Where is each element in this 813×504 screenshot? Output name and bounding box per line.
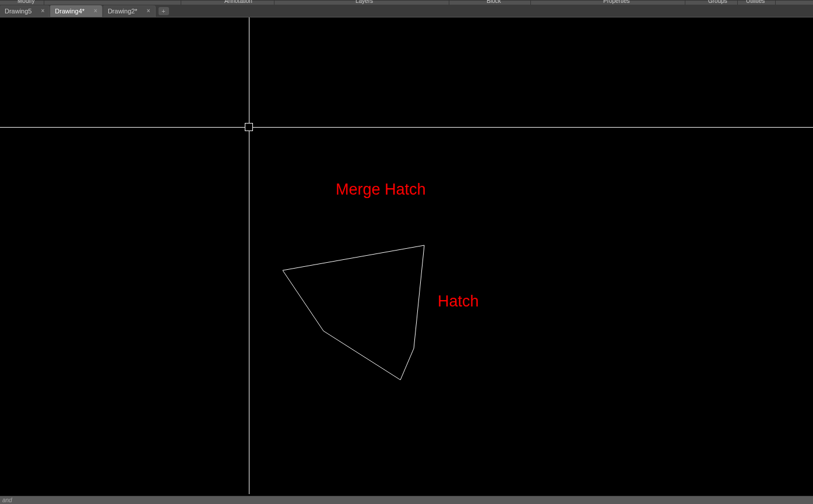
drawing-tabs: Drawing5 × Drawing4* × Drawing2* × + bbox=[0, 5, 813, 17]
tab-drawing5[interactable]: Drawing5 × bbox=[0, 5, 50, 17]
ribbon-group-annotation: Annotation bbox=[224, 0, 252, 4]
ribbon-group-utilities: Utilities bbox=[746, 0, 765, 4]
crosshair-vertical bbox=[249, 17, 249, 494]
tab-label: Drawing2* bbox=[108, 8, 138, 15]
command-hint: and bbox=[2, 497, 12, 503]
ribbon-group-groups: Groups bbox=[708, 0, 727, 4]
tab-drawing2[interactable]: Drawing2* × bbox=[103, 5, 156, 17]
tab-label: Drawing5 bbox=[5, 8, 31, 15]
plus-icon: + bbox=[161, 8, 165, 15]
ribbon-group-block: Block bbox=[487, 0, 501, 4]
polyline-shape[interactable] bbox=[283, 244, 434, 389]
tab-label: Drawing4* bbox=[55, 8, 85, 15]
tab-drawing4[interactable]: Drawing4* × bbox=[50, 5, 103, 17]
close-icon[interactable]: × bbox=[41, 8, 44, 14]
text-merge-hatch[interactable]: Merge Hatch bbox=[336, 181, 426, 199]
new-tab-button[interactable]: + bbox=[159, 7, 169, 15]
ribbon-panel-labels: Modify Annotation Layers Block Propertie… bbox=[0, 0, 813, 5]
ribbon-group-layers: Layers bbox=[356, 0, 373, 4]
command-line[interactable]: and bbox=[0, 496, 813, 504]
drawing-canvas[interactable]: Merge Hatch Hatch bbox=[0, 17, 813, 494]
crosshair-pickbox bbox=[245, 123, 253, 131]
close-icon[interactable]: × bbox=[94, 8, 97, 14]
crosshair-horizontal bbox=[0, 127, 813, 128]
close-icon[interactable]: × bbox=[147, 8, 150, 14]
ribbon-group-modify: Modify bbox=[17, 0, 34, 4]
closed-polyline bbox=[283, 245, 424, 380]
ribbon-group-properties: Properties bbox=[603, 0, 630, 4]
text-hatch[interactable]: Hatch bbox=[438, 292, 479, 311]
